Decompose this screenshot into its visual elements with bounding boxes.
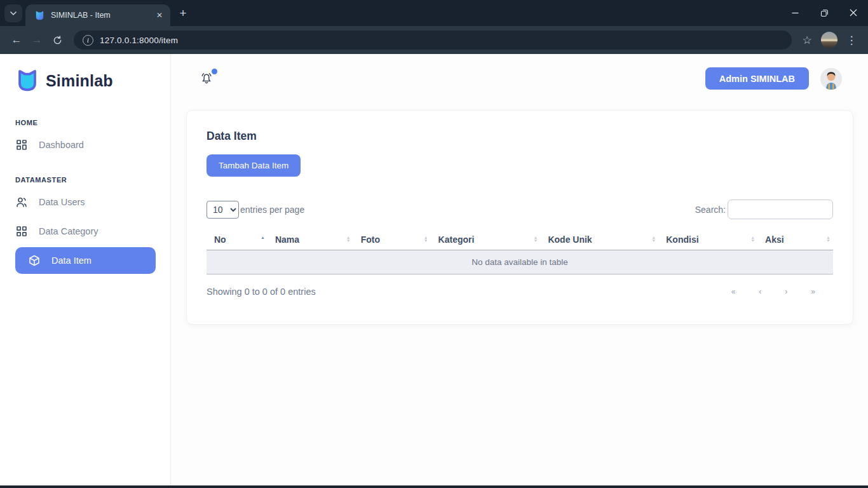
column-header-kondisi[interactable]: Kondisi ▲▼: [658, 229, 757, 250]
sidebar-item-dashboard[interactable]: Dashboard: [0, 130, 170, 159]
browser-tab[interactable]: SIMINLAB - Item ✕: [25, 4, 170, 26]
app-root: Siminlab HOME Dashboard: [0, 54, 868, 488]
data-item-table: No ▲▼ Nama ▲▼ Foto ▲▼ Kategori: [207, 229, 833, 274]
brand-name: Siminlab: [46, 72, 113, 90]
back-button[interactable]: ←: [6, 30, 27, 50]
nav-section-label: DATAMASTER: [0, 176, 170, 184]
minimize-icon: [792, 10, 799, 17]
tab-close-icon[interactable]: ✕: [154, 10, 165, 21]
bookmark-star-icon[interactable]: ☆: [797, 30, 817, 50]
users-icon: [15, 196, 28, 208]
grid-icon: [15, 139, 28, 151]
tab-strip: SIMINLAB - Item ✕ +: [0, 0, 868, 26]
sidebar-nav: HOME Dashboard DATAMASTER: [0, 119, 170, 274]
browser-menu-button[interactable]: ⋮: [841, 30, 862, 50]
sort-icon: ▲▼: [346, 236, 351, 242]
sort-icon: ▲▼: [533, 236, 538, 242]
column-header-kode-unik[interactable]: Kode Unik ▲▼: [540, 229, 658, 250]
tab-search-button[interactable]: [4, 4, 22, 22]
sidebar-item-data-users[interactable]: Data Users: [0, 187, 170, 217]
pagination-previous-button[interactable]: ‹: [755, 285, 765, 299]
avatar-illustration: [820, 68, 842, 90]
column-header-kategori[interactable]: Kategori ▲▼: [431, 229, 541, 250]
siminlab-logo-icon: [15, 69, 39, 92]
browser-toolbar: ← → i 127.0.0.1:8000/item ☆ ⋮: [0, 26, 868, 54]
entries-per-page-select[interactable]: 10: [207, 201, 239, 219]
restore-button[interactable]: [810, 0, 839, 25]
sidebar-item-label: Dashboard: [39, 140, 84, 150]
pagination-last-button[interactable]: »: [807, 285, 819, 299]
main-area: Admin SIMINLAB Data Item Tambah Data Ite…: [171, 54, 868, 488]
sidebar-item-label: Data Category: [39, 226, 98, 236]
column-header-nama[interactable]: Nama ▲▼: [268, 229, 353, 250]
close-window-button[interactable]: [839, 0, 868, 25]
tab-title: SIMINLAB - Item: [51, 11, 154, 20]
column-header-foto[interactable]: Foto ▲▼: [353, 229, 431, 250]
sidebar-item-label: Data Item: [51, 255, 92, 266]
url-text[interactable]: 127.0.0.1:8000/item: [100, 36, 178, 45]
add-data-item-button[interactable]: Tambah Data Item: [207, 154, 301, 177]
restore-icon: [820, 9, 829, 17]
pagination-first-button[interactable]: «: [728, 285, 740, 299]
empty-table-row: No data available in table: [207, 250, 833, 274]
sort-icon: ▲▼: [261, 236, 265, 242]
search-input[interactable]: [728, 200, 833, 219]
search-label: Search:: [695, 205, 726, 215]
column-header-aksi[interactable]: Aksi ▲▼: [757, 229, 833, 250]
user-avatar[interactable]: [820, 68, 842, 90]
page-title: Data Item: [207, 130, 833, 143]
column-header-no[interactable]: No ▲▼: [207, 229, 268, 250]
admin-profile-button[interactable]: Admin SIMINLAB: [705, 67, 809, 90]
table-header-row: No ▲▼ Nama ▲▼ Foto ▲▼ Kategori: [207, 229, 833, 250]
sidebar: Siminlab HOME Dashboard: [0, 54, 171, 488]
pagination-next-button[interactable]: ›: [781, 285, 791, 299]
sort-icon: ▲▼: [750, 236, 755, 242]
table-controls: 10 entries per page Search:: [207, 200, 833, 219]
nav-section-home: HOME Dashboard: [0, 119, 170, 159]
new-tab-button[interactable]: +: [174, 4, 192, 22]
chevron-down-icon: [10, 10, 17, 17]
pagination: « ‹ › »: [728, 285, 833, 299]
window-bottom-edge: [0, 485, 868, 488]
sidebar-item-data-category[interactable]: Data Category: [0, 217, 170, 246]
sort-icon: ▲▼: [651, 236, 656, 242]
browser-profile-avatar[interactable]: [821, 32, 837, 48]
siminlab-favicon-icon: [34, 10, 45, 21]
forward-button[interactable]: →: [27, 30, 47, 50]
notification-button[interactable]: [199, 71, 214, 86]
address-bar[interactable]: i 127.0.0.1:8000/item: [74, 30, 792, 50]
grid-icon: [15, 225, 28, 238]
window-controls: [780, 0, 868, 25]
sidebar-item-data-item[interactable]: Data Item: [15, 247, 156, 274]
reload-button[interactable]: [47, 30, 67, 50]
empty-message: No data available in table: [207, 250, 833, 274]
sort-icon: ▲▼: [826, 236, 831, 242]
reload-icon: [53, 36, 62, 45]
data-item-card: Data Item Tambah Data Item 10 entries pe…: [186, 110, 853, 325]
cube-icon: [28, 254, 41, 267]
table-footer: Showing 0 to 0 of 0 entries « ‹ › »: [207, 285, 833, 299]
table-info-text: Showing 0 to 0 of 0 entries: [207, 287, 316, 297]
close-icon: [850, 9, 857, 17]
entries-per-page-label: entries per page: [240, 205, 304, 215]
top-header: Admin SIMINLAB: [171, 54, 868, 90]
sort-icon: ▲▼: [424, 236, 428, 242]
minimize-button[interactable]: [780, 0, 810, 25]
nav-section-datamaster: DATAMASTER Data Users: [0, 176, 170, 274]
browser-chrome: SIMINLAB - Item ✕ + ← → i 1: [0, 0, 868, 54]
nav-section-label: HOME: [0, 119, 170, 126]
brand[interactable]: Siminlab: [0, 67, 170, 95]
site-info-icon[interactable]: i: [83, 35, 93, 46]
notification-badge: [212, 69, 217, 74]
sidebar-item-label: Data Users: [39, 197, 85, 207]
